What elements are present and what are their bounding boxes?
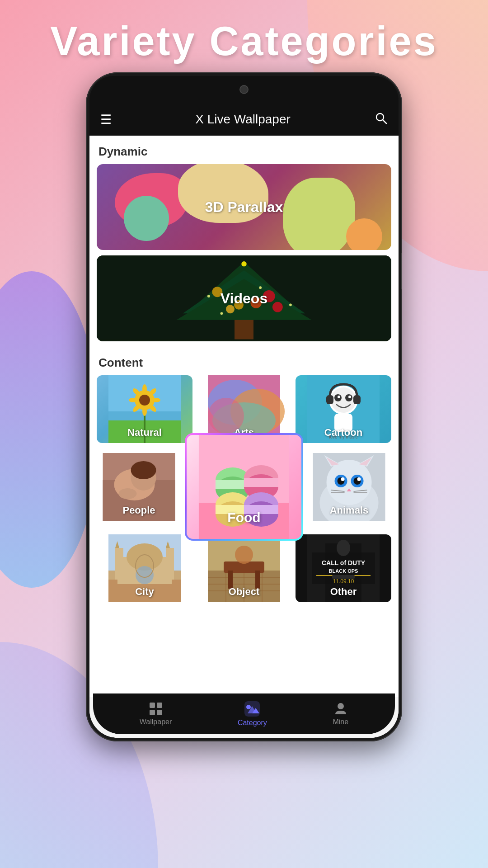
city-item[interactable]: City [97, 534, 192, 602]
svg-rect-124 [150, 710, 155, 715]
food-item[interactable]: Food [185, 433, 303, 541]
person-icon [333, 702, 348, 716]
svg-text:11.09.10: 11.09.10 [333, 578, 354, 585]
svg-point-42 [338, 396, 340, 398]
svg-rect-99 [136, 566, 154, 584]
svg-rect-45 [353, 395, 361, 404]
nav-category[interactable]: Category [238, 701, 267, 727]
parallax-card[interactable]: 3D Parallax [97, 164, 391, 250]
svg-point-23 [139, 395, 150, 406]
svg-point-27 [151, 398, 160, 402]
bottom-nav: Wallpaper Category [93, 693, 395, 734]
svg-point-39 [331, 387, 356, 413]
content-label: Content [89, 347, 399, 375]
dynamic-section: Dynamic 3D Parallax [89, 136, 399, 341]
content-grid-row2: People [89, 447, 399, 531]
object-item[interactable]: Object [196, 534, 292, 602]
svg-rect-121 [332, 575, 355, 579]
wallpaper-icon [149, 702, 163, 716]
svg-rect-122 [150, 703, 155, 708]
svg-point-83 [341, 477, 344, 481]
app-content: Dynamic 3D Parallax [89, 136, 399, 697]
svg-point-53 [119, 488, 137, 499]
svg-point-112 [235, 546, 253, 564]
svg-point-120 [337, 540, 350, 556]
wallpaper-nav-label: Wallpaper [140, 718, 172, 726]
svg-point-25 [142, 407, 147, 416]
phone-frame: ☰ X Live Wallpaper Dynamic [86, 72, 402, 741]
animals-item[interactable]: Animals [307, 453, 391, 521]
videos-card[interactable]: Videos [97, 255, 391, 341]
svg-point-84 [357, 477, 361, 481]
object-label: Object [196, 586, 292, 598]
svg-point-17 [241, 261, 246, 266]
side-button [401, 253, 402, 289]
svg-point-52 [131, 461, 156, 479]
svg-point-26 [129, 398, 138, 402]
category-nav-label: Category [238, 719, 267, 727]
shape-blob3 [124, 196, 169, 241]
phone-screen: ☰ X Live Wallpaper Dynamic [89, 103, 399, 738]
svg-point-129 [246, 705, 251, 709]
natural-item[interactable]: Natural [97, 375, 192, 443]
people-item[interactable]: People [97, 453, 181, 521]
other-item[interactable]: CALL of DUTY BLACK OPS 11.09.10 Other [296, 534, 391, 602]
content-section: Content [89, 347, 399, 606]
svg-point-130 [338, 703, 344, 709]
svg-rect-95 [115, 548, 123, 580]
cartoon-item[interactable]: love my music Cartoon [296, 375, 391, 443]
nav-wallpaper[interactable]: Wallpaper [140, 702, 172, 726]
natural-label: Natural [97, 427, 192, 439]
cartoon-label: Cartoon [296, 427, 391, 439]
mine-nav-label: Mine [333, 718, 348, 726]
bg-circle-left [0, 271, 99, 588]
food-label: Food [187, 510, 301, 525]
parallax-label: 3D Parallax [205, 199, 283, 216]
svg-point-14 [259, 286, 262, 289]
dynamic-label: Dynamic [89, 136, 399, 164]
videos-label: Videos [221, 290, 267, 307]
page-title: Variety Categories [0, 18, 488, 65]
svg-point-12 [272, 302, 283, 312]
svg-point-16 [221, 312, 223, 315]
people-label: People [97, 505, 181, 516]
phone-top-bar [89, 76, 399, 103]
svg-rect-44 [326, 395, 333, 404]
svg-point-74 [326, 460, 371, 505]
svg-rect-96 [166, 548, 174, 580]
svg-point-43 [348, 396, 351, 398]
svg-rect-3 [235, 318, 253, 340]
animals-label: Animals [307, 505, 391, 516]
menu-icon[interactable]: ☰ [100, 112, 112, 127]
other-label: Other [296, 586, 391, 598]
category-icon [244, 701, 260, 717]
app-header: ☰ X Live Wallpaper [89, 103, 399, 136]
camera-dot [239, 85, 249, 94]
shape-blob5 [346, 218, 382, 250]
svg-point-24 [142, 384, 147, 393]
svg-rect-123 [157, 703, 162, 708]
svg-rect-125 [157, 710, 162, 715]
app-title: X Live Wallpaper [195, 112, 291, 127]
svg-line-1 [383, 120, 386, 123]
content-grid-row3: City [89, 534, 399, 606]
svg-rect-63 [244, 478, 278, 487]
svg-point-13 [207, 295, 210, 297]
svg-text:BLACK OPS: BLACK OPS [329, 568, 358, 574]
city-label: City [97, 586, 192, 598]
search-icon[interactable] [374, 111, 388, 128]
shape-blob4 [283, 178, 355, 250]
svg-text:CALL of DUTY: CALL of DUTY [322, 559, 366, 566]
nav-mine[interactable]: Mine [333, 702, 348, 726]
svg-point-15 [289, 303, 292, 306]
